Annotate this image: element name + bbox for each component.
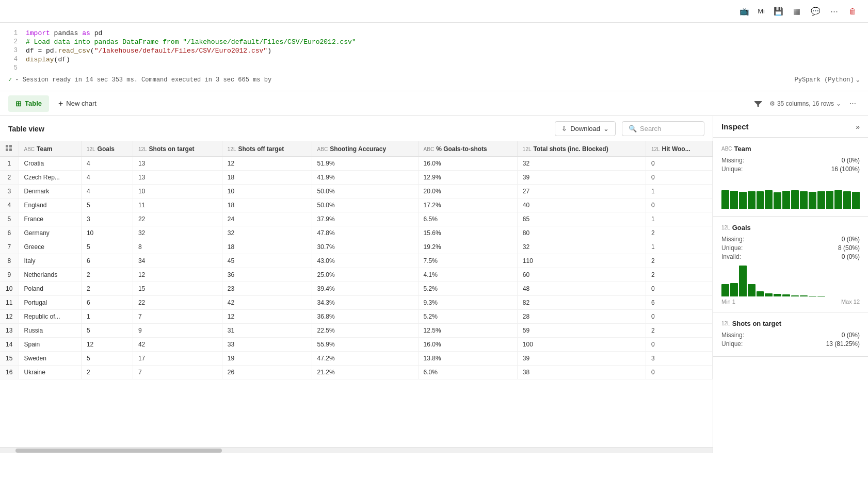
shots-on-cell: 22 bbox=[133, 212, 222, 226]
col-accuracy: ABCShooting Accuracy bbox=[312, 141, 418, 157]
shots-on-cell: 13 bbox=[133, 157, 222, 171]
code-line-3: 3 df = pd.read_csv("/lakehouse/default/F… bbox=[0, 46, 868, 55]
accuracy-cell: 37.9% bbox=[312, 212, 418, 226]
hit-woo-cell: 6 bbox=[646, 296, 712, 310]
filter-icon[interactable] bbox=[751, 96, 765, 111]
table-tab[interactable]: ⊞ Table bbox=[8, 95, 49, 112]
goals-cell: 6 bbox=[81, 296, 133, 310]
team-cell: Ukraine bbox=[19, 366, 81, 379]
row-num-cell: 9 bbox=[0, 268, 19, 282]
table-row: 1 Croatia 4 13 12 51.9% 16.0% 32 0 bbox=[0, 157, 713, 171]
shots-on-cell: 15 bbox=[133, 282, 222, 296]
shots-on-cell: 7 bbox=[133, 366, 222, 379]
shots-on-cell: 22 bbox=[133, 296, 222, 310]
bar bbox=[774, 192, 781, 209]
copy-icon[interactable]: ▦ bbox=[790, 4, 804, 19]
total-shots-cell: 40 bbox=[517, 198, 646, 212]
total-shots-cell: 27 bbox=[517, 185, 646, 198]
comment-icon[interactable]: 💬 bbox=[808, 4, 823, 19]
more-icon[interactable]: ⋯ bbox=[827, 4, 841, 19]
pyspark-label[interactable]: PySpark (Python) ⌄ bbox=[795, 76, 860, 84]
inspect-card-shots-title: 12L Shots on target bbox=[721, 320, 860, 327]
total-shots-cell: 59 bbox=[517, 324, 646, 338]
col-team: ABCTeam bbox=[19, 141, 81, 157]
goals-to-shots-cell: 13.8% bbox=[418, 352, 517, 366]
goals-cell: 1 bbox=[81, 310, 133, 324]
bar bbox=[730, 191, 738, 209]
row-num-cell: 8 bbox=[0, 254, 19, 268]
bar bbox=[800, 295, 808, 296]
shots-on-cell: 42 bbox=[133, 338, 222, 352]
scrollbar-thumb bbox=[15, 449, 222, 453]
shots-on-cell: 12 bbox=[133, 268, 222, 282]
total-shots-cell: 38 bbox=[517, 366, 646, 379]
accuracy-cell: 30.7% bbox=[312, 240, 418, 254]
main-layout: Table view ⇩ Download ⌄ 🔍 Search ABCTeam bbox=[0, 116, 868, 453]
shots-on-cell: 34 bbox=[133, 254, 222, 268]
more-options-button[interactable]: ⋯ bbox=[845, 96, 860, 111]
inspect-body[interactable]: ABC Team Missing: 0 (0%) Unique: 16 (100… bbox=[713, 138, 868, 453]
bar bbox=[757, 191, 764, 209]
inspect-card-goals: 12L Goals Missing: 0 (0%) Unique: 8 (50%… bbox=[713, 217, 868, 312]
goals-cell: 5 bbox=[81, 324, 133, 338]
shots-on-cell: 10 bbox=[133, 185, 222, 198]
accuracy-cell: 50.0% bbox=[312, 198, 418, 212]
total-shots-cell: 48 bbox=[517, 282, 646, 296]
goals-to-shots-cell: 15.6% bbox=[418, 226, 517, 240]
bar bbox=[721, 190, 729, 209]
shots-off-cell: 19 bbox=[222, 352, 312, 366]
bar bbox=[843, 191, 851, 209]
row-num-cell: 3 bbox=[0, 185, 19, 198]
bar bbox=[739, 266, 747, 296]
new-chart-button[interactable]: + New chart bbox=[51, 95, 104, 112]
accuracy-cell: 22.5% bbox=[312, 324, 418, 338]
data-table-wrapper[interactable]: ABCTeam 12LGoals 12LShots on target 12LS… bbox=[0, 141, 713, 447]
table-row: 6 Germany 10 32 32 47.8% 15.6% 80 2 bbox=[0, 226, 713, 240]
table-row: 14 Spain 12 42 33 55.9% 16.0% 100 0 bbox=[0, 338, 713, 352]
team-cell: Republic of... bbox=[19, 310, 81, 324]
accuracy-cell: 47.2% bbox=[312, 352, 418, 366]
team-bar-chart bbox=[721, 178, 860, 209]
goals-to-shots-cell: 20.0% bbox=[418, 185, 517, 198]
bar bbox=[765, 190, 773, 209]
table-row: 3 Denmark 4 10 10 50.0% 20.0% 27 1 bbox=[0, 185, 713, 198]
delete-icon[interactable]: 🗑 bbox=[845, 4, 860, 19]
svg-rect-2 bbox=[6, 148, 8, 151]
team-cell: Denmark bbox=[19, 185, 81, 198]
goals-to-shots-cell: 6.0% bbox=[418, 366, 517, 379]
svg-rect-3 bbox=[9, 148, 12, 151]
goals-to-shots-cell: 9.3% bbox=[418, 296, 517, 310]
new-chart-label: New chart bbox=[66, 100, 97, 107]
monitor-icon[interactable]: 💾 bbox=[771, 4, 785, 19]
inspect-collapse-button[interactable]: » bbox=[856, 123, 860, 131]
shots-off-cell: 31 bbox=[222, 324, 312, 338]
tab-bar: ⊞ Table + New chart ⚙ 35 columns, 16 row… bbox=[0, 91, 868, 116]
team-cell: Germany bbox=[19, 226, 81, 240]
accuracy-cell: 43.0% bbox=[312, 254, 418, 268]
hit-woo-cell: 3 bbox=[646, 352, 712, 366]
table-view-title: Table view bbox=[8, 125, 549, 133]
inspect-title: Inspect bbox=[721, 122, 749, 131]
goals-to-shots-cell: 19.2% bbox=[418, 240, 517, 254]
goals-bar-chart bbox=[721, 266, 860, 296]
team-cell: Sweden bbox=[19, 352, 81, 366]
col-total-shots: 12LTotal shots (inc. Blocked) bbox=[517, 141, 646, 157]
status-text: - Session ready in 14 sec 353 ms. Comman… bbox=[15, 76, 271, 84]
accuracy-cell: 34.3% bbox=[312, 296, 418, 310]
search-box[interactable]: 🔍 Search bbox=[622, 121, 704, 136]
status-bar: ✓ - Session ready in 14 sec 353 ms. Comm… bbox=[0, 73, 868, 87]
download-button[interactable]: ⇩ Download ⌄ bbox=[555, 121, 616, 136]
accuracy-cell: 55.9% bbox=[312, 338, 418, 352]
total-shots-cell: 39 bbox=[517, 352, 646, 366]
goals-to-shots-cell: 5.2% bbox=[418, 282, 517, 296]
accuracy-cell: 39.4% bbox=[312, 282, 418, 296]
shots-off-cell: 12 bbox=[222, 157, 312, 171]
goals-missing-row: Missing: 0 (0%) bbox=[721, 236, 860, 243]
goals-range: Min 1 Max 12 bbox=[721, 299, 860, 305]
horizontal-scrollbar[interactable] bbox=[0, 447, 713, 453]
team-cell: England bbox=[19, 198, 81, 212]
hit-woo-cell: 0 bbox=[646, 157, 712, 171]
present-icon[interactable]: 📺 bbox=[737, 4, 751, 19]
user-avatar: Mi bbox=[756, 7, 767, 15]
columns-info[interactable]: ⚙ 35 columns, 16 rows ⌄ bbox=[769, 100, 841, 107]
